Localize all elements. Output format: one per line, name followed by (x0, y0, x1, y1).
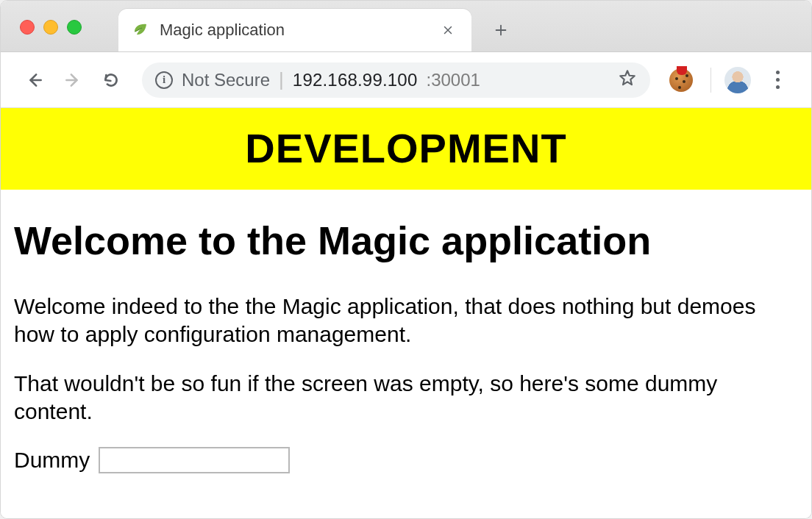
back-button[interactable] (18, 64, 51, 96)
security-status: Not Secure (182, 70, 270, 90)
close-icon[interactable] (438, 20, 458, 40)
window-close-button[interactable] (20, 20, 35, 35)
kebab-icon (776, 71, 780, 89)
page-title: Welcome to the Magic application (14, 218, 798, 263)
dummy-form-row: Dummy (14, 447, 798, 473)
page-content: Welcome to the Magic application Welcome… (1, 190, 811, 503)
profile-avatar[interactable] (724, 67, 751, 93)
dummy-input[interactable] (99, 447, 290, 473)
window-maximize-button[interactable] (67, 20, 82, 35)
browser-tab[interactable]: Magic application (118, 9, 471, 51)
omnibox-separator: | (279, 68, 284, 91)
bookmark-star-icon[interactable] (618, 68, 637, 92)
info-icon[interactable]: i (155, 71, 173, 89)
window-minimize-button[interactable] (43, 20, 58, 35)
window-controls (1, 1, 82, 35)
url-host: 192.168.99.100 (293, 70, 418, 90)
reload-button[interactable] (95, 64, 127, 96)
page-viewport[interactable]: DEVELOPMENT Welcome to the Magic applica… (1, 108, 811, 518)
browser-toolbar: i Not Secure | 192.168.99.100:30001 (1, 52, 811, 108)
tab-strip: Magic application (118, 1, 516, 51)
leaf-icon (132, 21, 149, 39)
browser-window: Magic application i Not Secure | 192.168… (0, 0, 812, 519)
toolbar-separator (710, 68, 711, 93)
forward-button[interactable] (57, 64, 89, 96)
new-tab-button[interactable] (486, 15, 516, 45)
intro-paragraph-1: Welcome indeed to the the Magic applicat… (14, 293, 798, 348)
browser-menu-button[interactable] (761, 64, 794, 96)
intro-paragraph-2: That wouldn't be so fun if the screen wa… (14, 370, 798, 425)
tab-title: Magic application (160, 21, 427, 40)
dummy-label: Dummy (14, 448, 90, 473)
window-titlebar: Magic application (1, 1, 811, 52)
environment-banner: DEVELOPMENT (1, 108, 811, 190)
url-port: :30001 (426, 70, 480, 90)
address-bar[interactable]: i Not Secure | 192.168.99.100:30001 (142, 62, 650, 98)
extension-cookie-icon[interactable] (669, 68, 693, 92)
